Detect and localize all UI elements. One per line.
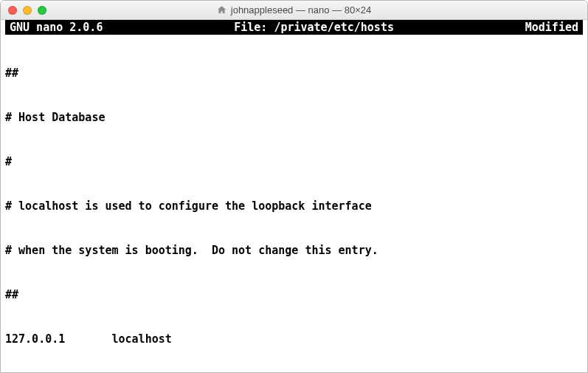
window-title: johnappleseed — nano — 80×24 (231, 4, 371, 16)
nano-version: GNU nano 2.0.6 (8, 20, 104, 35)
nano-status-bar: GNU nano 2.0.6 File: /private/etc/hosts … (5, 20, 583, 35)
home-folder-icon (217, 5, 226, 15)
window-controls (8, 6, 46, 15)
minimize-icon[interactable] (23, 6, 32, 15)
editor-line: # localhost is used to configure the loo… (5, 199, 583, 213)
editor-line: ## (5, 66, 583, 81)
editor-content[interactable]: ## # Host Database # # localhost is used… (5, 35, 583, 372)
terminal-window: johnappleseed — nano — 80×24 GNU nano 2.… (0, 0, 588, 373)
editor-line: # when the system is booting. Do not cha… (5, 243, 583, 258)
editor-line: 127.0.0.1 localhost (5, 332, 583, 346)
zoom-icon[interactable] (38, 6, 46, 15)
terminal-viewport[interactable]: GNU nano 2.0.6 File: /private/etc/hosts … (1, 20, 587, 372)
nano-file-path: File: /private/etc/hosts (104, 20, 523, 35)
window-title-wrap: johnappleseed — nano — 80×24 (1, 4, 587, 16)
editor-line: ## (5, 287, 583, 302)
titlebar[interactable]: johnappleseed — nano — 80×24 (1, 1, 587, 20)
close-icon[interactable] (8, 6, 17, 15)
editor-line: # Host Database (5, 110, 583, 125)
nano-modified: Modified (524, 20, 580, 35)
editor-line: # (5, 154, 583, 169)
